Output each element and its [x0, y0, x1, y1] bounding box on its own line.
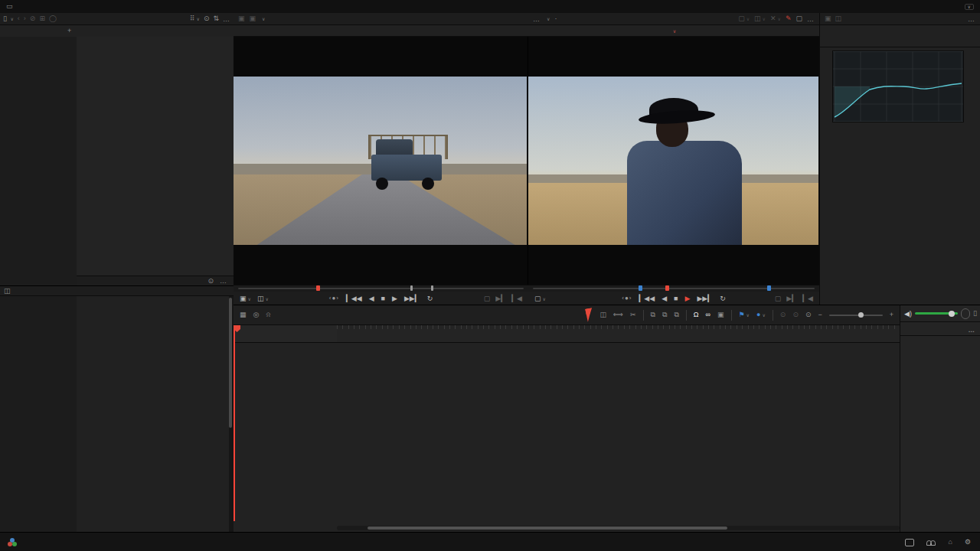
compare-icon[interactable]: ▣: [250, 15, 256, 22]
timeline-playhead-marker[interactable]: [665, 285, 669, 291]
sort-icon[interactable]: ⇅: [213, 15, 219, 22]
tl-step-back-button[interactable]: ◀: [662, 295, 667, 302]
linked-selection-icon[interactable]: ∞: [706, 311, 710, 318]
source-playhead-marker[interactable]: [316, 285, 320, 291]
tl-go-to-end-button[interactable]: ▶▶▎: [697, 295, 713, 302]
tl-play-button[interactable]: ▶: [685, 295, 691, 302]
timeline-marker-dot[interactable]: [639, 285, 642, 291]
collaboration-icon[interactable]: [926, 538, 936, 545]
replace-clip-icon[interactable]: ⧉: [674, 311, 678, 318]
tl-stop-button[interactable]: ■: [674, 295, 678, 302]
insp-prev-clip-icon[interactable]: ▣: [825, 15, 831, 22]
speaker-icon[interactable]: ◀): [904, 310, 912, 318]
timeline-viewer-screen[interactable]: [528, 37, 819, 285]
gang-icon[interactable]: ▣: [238, 15, 245, 22]
settings-gear-icon[interactable]: ⚙: [965, 538, 971, 546]
tl-loop-button[interactable]: ↻: [720, 295, 726, 302]
flag-icon[interactable]: ⚑∨: [739, 311, 750, 318]
tl-jog-control[interactable]: ‹●›: [622, 295, 632, 302]
equalizer-graph[interactable]: [823, 49, 977, 135]
zoom-out-icon[interactable]: −: [818, 311, 822, 318]
source-out-point[interactable]: [431, 285, 433, 291]
tl-go-to-start-button[interactable]: ▎◀◀: [639, 295, 655, 302]
monitor-volume-slider[interactable]: [915, 312, 958, 315]
viewer-zoom-select[interactable]: ∨: [545, 15, 550, 22]
thumbnail-view-icon[interactable]: ⠿∨: [190, 15, 200, 22]
tl-match-frame-icon[interactable]: ▢: [775, 295, 782, 302]
timeline-options-icon[interactable]: ▦: [240, 311, 247, 318]
prev-edit-icon[interactable]: ▶▎: [495, 295, 506, 302]
viewer-options-icon[interactable]: …: [533, 15, 541, 23]
monitor-volume: ◀) ▯: [900, 305, 980, 322]
zoom-custom-icon[interactable]: ⊙: [805, 311, 812, 318]
mute-box-icon[interactable]: ▯: [973, 310, 977, 317]
bottom-right-icons: ⌂ ⚙: [905, 538, 971, 546]
media-pool-options-icon[interactable]: …: [223, 15, 230, 23]
viewer-more-icon[interactable]: …: [807, 15, 815, 23]
play-button[interactable]: ▶: [392, 295, 397, 302]
mixer-options-icon[interactable]: …: [969, 326, 976, 334]
timeline-timecode: [234, 325, 337, 343]
multicam-icon[interactable]: ▢∨: [738, 15, 750, 22]
panel-toggle-icon[interactable]: ◫: [4, 288, 11, 295]
effects-scrollbar[interactable]: [229, 298, 232, 428]
live-preview-icon[interactable]: ◎: [253, 311, 260, 318]
tl-next-edit-icon[interactable]: ▎◀: [802, 295, 813, 302]
screen-grab-icon[interactable]: ▭: [6, 3, 13, 10]
position-lock-icon[interactable]: ▣: [717, 311, 724, 318]
trim-edit-icon[interactable]: ◫: [600, 311, 607, 318]
insert-clip-icon[interactable]: ⧉: [651, 311, 655, 318]
forward-icon[interactable]: ›: [24, 15, 26, 22]
next-edit-icon[interactable]: ▎◀: [511, 295, 522, 302]
voiceover-mic-icon[interactable]: ⍾: [266, 311, 270, 318]
snapping-icon[interactable]: Ω: [694, 311, 699, 318]
add-bin-icon[interactable]: +: [67, 27, 71, 34]
grid-search-icon[interactable]: ⊙: [207, 278, 214, 285]
zoom-detail-icon[interactable]: ⊙: [792, 311, 799, 318]
layout-chevron-icon[interactable]: ∨: [965, 4, 974, 10]
zoom-fit-select[interactable]: ∨: [260, 15, 265, 22]
source-scrubber[interactable]: [234, 285, 528, 292]
overwrite-clip-icon[interactable]: ⧉: [662, 311, 667, 318]
timeline-marker-dot2[interactable]: [767, 285, 771, 291]
timeline-zoom-slider[interactable]: [829, 315, 883, 316]
zoom-in-icon[interactable]: +: [890, 311, 893, 318]
playhead[interactable]: [234, 325, 235, 521]
timeline-ruler[interactable]: [337, 325, 900, 343]
match-frame-icon[interactable]: ▢: [484, 295, 491, 302]
marker-icon[interactable]: ●∨: [756, 311, 766, 318]
jog-control[interactable]: ‹●›: [329, 295, 339, 302]
dim-button[interactable]: [961, 308, 970, 319]
grid-options-icon[interactable]: …: [220, 277, 227, 285]
chat-icon[interactable]: [905, 539, 914, 546]
search-icon[interactable]: ⊙: [204, 15, 210, 22]
transform-icon[interactable]: ✕∨: [770, 15, 781, 22]
safe-area-icon[interactable]: ▢: [795, 15, 802, 22]
bin-view-icon[interactable]: ▯ ∨: [3, 15, 14, 22]
go-to-end-button[interactable]: ▶▶▎: [404, 295, 420, 302]
timeline-name[interactable]: ∨: [533, 28, 815, 34]
go-to-start-button[interactable]: ▎◀◀: [346, 295, 362, 302]
stop-button[interactable]: ■: [381, 295, 385, 302]
tl-view-mode-icon[interactable]: ▢∨: [534, 295, 546, 302]
blade-edit-icon[interactable]: ✂: [630, 311, 636, 318]
selection-tool-icon[interactable]: [585, 308, 594, 321]
source-viewer-screen[interactable]: [234, 37, 528, 285]
tl-prev-edit-icon[interactable]: ▶▎: [786, 295, 797, 302]
source-in-point[interactable]: [410, 285, 413, 291]
source-resolution-icon[interactable]: ◫∨: [257, 295, 269, 302]
viewers: ▣ ▣ ∨: [234, 13, 819, 305]
dynamic-trim-icon[interactable]: ⟺: [613, 311, 623, 318]
back-icon[interactable]: ‹: [18, 15, 20, 22]
insp-next-clip-icon[interactable]: ◫: [835, 15, 842, 22]
step-back-button[interactable]: ◀: [369, 295, 374, 302]
home-icon[interactable]: ⌂: [948, 538, 952, 546]
camera-icon[interactable]: ◫∨: [754, 15, 766, 22]
timeline-scrubber[interactable]: [528, 285, 819, 292]
timeline-scrollbar[interactable]: [337, 526, 900, 530]
source-view-mode-icon[interactable]: ▣∨: [240, 295, 251, 302]
annotation-pen-icon[interactable]: ✎: [786, 15, 792, 22]
zoom-full-extent-icon[interactable]: ⊙: [780, 311, 786, 318]
loop-button[interactable]: ↻: [427, 295, 433, 302]
inspector-options-icon[interactable]: …: [968, 15, 975, 23]
